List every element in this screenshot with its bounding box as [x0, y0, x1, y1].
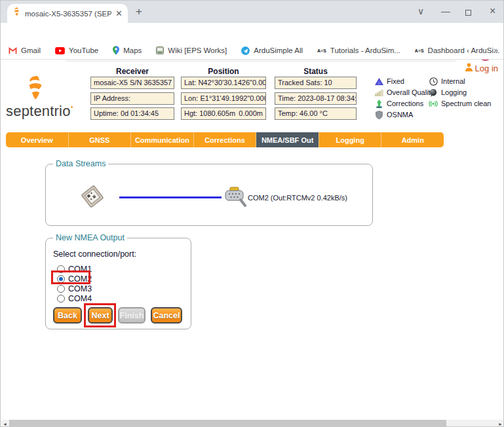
receiver-column-title: Receiver [90, 67, 174, 76]
browser-window: mosaic-X5-3635357 (SEPT) - Sept ✕ + ∨ — … [0, 0, 504, 427]
stream-device-label: COM2 (Out:RTCMv2 0.42kB/s) [248, 194, 347, 202]
finish-button: Finish [118, 307, 145, 324]
shield-icon [374, 111, 384, 119]
latitude-field: Lat: N42°30'30.1426"0.000m [181, 77, 266, 89]
indicator-spectrum-clean: Spectrum clean [425, 98, 491, 109]
tab-search-chevron-icon[interactable]: ∨ [417, 6, 424, 16]
select-port-prompt: Select connection/port: [53, 250, 136, 259]
browser-tab[interactable]: mosaic-X5-3635357 (SEPT) - Sept ✕ [7, 4, 128, 23]
bookmarks-bar: Gmail YouTube Maps Wiki [EPS Works] Ardu… [1, 42, 504, 60]
tab-gnss[interactable]: GNSS [69, 132, 132, 147]
scroll-right-arrow-icon[interactable]: ► [496, 420, 504, 427]
new-nmea-output-legend: New NMEA Output [53, 233, 127, 242]
bookmark-gmail[interactable]: Gmail [9, 46, 41, 54]
bookmarks-overflow-icon[interactable]: » [494, 46, 498, 55]
indicator-corrections: Corrections [371, 98, 434, 109]
radio-com4[interactable] [57, 295, 65, 303]
brand-wordmark: septentrio• [6, 103, 73, 120]
indicator-fixed: Fixed [371, 76, 434, 86]
tab-communication[interactable]: Communication [131, 132, 194, 147]
receiver-serial-field: mosaic-X5 S/N 3635357 [90, 77, 174, 89]
tab-overview[interactable]: Overview [6, 132, 69, 147]
browser-toolbar: ← → Not secure 192.168.3.1/scr?cmd=1.1.1… [1, 23, 504, 42]
clock-icon [428, 77, 438, 86]
cancel-button[interactable]: Cancel [151, 307, 182, 324]
spectrum-icon [428, 100, 438, 107]
status-column-title: Status [275, 67, 357, 76]
wiki-icon [156, 46, 164, 54]
tab-nmea-sbf-out[interactable]: NMEA/SBF Out [256, 132, 319, 147]
back-button[interactable]: Back [53, 307, 82, 324]
horizontal-scrollbar[interactable]: ◄ ► [1, 420, 504, 427]
radio-option-com1[interactable]: COM1 [54, 264, 92, 274]
signal-bars-icon [374, 89, 384, 96]
radio-option-com2[interactable]: COM2 [54, 274, 92, 284]
bookmark-tutorials[interactable]: A≡S Tutorials - ArduSim... [317, 46, 400, 54]
radio-option-com3[interactable]: COM3 [54, 284, 92, 293]
radio-com1[interactable] [57, 265, 65, 273]
scroll-left-arrow-icon[interactable]: ◄ [1, 420, 9, 427]
status-indicators-col1: Fixed Overall Quality Corrections OSNMA [371, 76, 434, 121]
tab-close-icon[interactable]: ✕ [115, 9, 123, 18]
bookmark-ardusimple-all[interactable]: ArduSimple All [241, 46, 303, 55]
ip-address-field: IP Address: [90, 92, 174, 105]
site-favicon [12, 7, 21, 20]
radio-option-com4[interactable]: COM4 [54, 293, 92, 303]
data-streams-legend: Data Streams [53, 159, 108, 168]
window-maximize-icon[interactable] [465, 7, 471, 18]
tracked-sats-field: Tracked Sats: 10 [275, 77, 357, 89]
bookmark-dashboard[interactable]: A≡S Dashboard ‹ ArduSi... [415, 46, 500, 54]
radio-com2[interactable] [57, 275, 65, 283]
bookmark-wiki[interactable]: Wiki [EPS Works] [156, 46, 227, 54]
tab-title: mosaic-X5-3635357 (SEPT) - Sept [25, 10, 111, 18]
corrections-arrow-icon [374, 100, 384, 108]
window-close-icon[interactable]: × [490, 5, 495, 17]
maps-icon [113, 46, 119, 55]
tab-corrections[interactable]: Corrections [194, 132, 257, 147]
next-button[interactable]: Next [88, 307, 113, 324]
data-streams-panel: Data Streams COM2 (Out:RTCMv2 0.42kB/s) [45, 164, 373, 226]
telegram-icon [241, 46, 250, 55]
indicator-logging: Logging [425, 87, 491, 98]
indicator-internal: Internal [425, 76, 491, 86]
tab-admin[interactable]: Admin [381, 132, 444, 147]
scrollbar-thumb[interactable] [9, 420, 446, 427]
receiver-chip-icon [80, 184, 105, 212]
youtube-icon [55, 47, 65, 54]
longitude-field: Lon: E1°31'49.1992"0.000m [181, 92, 266, 105]
stream-connection-line [119, 196, 222, 198]
brand-dot: • [71, 103, 73, 111]
radio-com3[interactable] [57, 285, 65, 293]
serial-port-icon [223, 186, 247, 211]
indicator-overall-quality: Overall Quality [371, 87, 434, 98]
status-indicators-col2: Internal Logging Spectrum clean [425, 76, 491, 109]
bookmark-youtube[interactable]: YouTube [55, 46, 98, 54]
height-field: Hgt: 1080.605m0.000m [181, 107, 266, 120]
uptime-field: Uptime: 0d 01:34:45 [90, 107, 174, 120]
tab-strip: mosaic-X5-3635357 (SEPT) - Sept ✕ + ∨ — … [1, 1, 504, 23]
window-minimize-icon[interactable]: — [441, 6, 450, 16]
septentrio-logo-icon [27, 75, 44, 105]
person-icon [465, 63, 473, 73]
gmail-icon [9, 47, 17, 54]
ardusimple-icon: A≡S [317, 48, 326, 53]
position-column-title: Position [181, 67, 266, 76]
new-tab-button[interactable]: + [136, 5, 142, 18]
disc-icon [428, 88, 438, 96]
main-nav: Overview GNSS Communication Corrections … [6, 132, 444, 147]
time-field: Time: 2023-08-17 08:34:02 [275, 92, 357, 105]
indicator-osnma: OSNMA [371, 109, 434, 120]
temperature-field: Temp: 46.00 °C [275, 107, 357, 120]
login-button[interactable]: Log in [463, 63, 498, 73]
fixed-icon [374, 78, 384, 85]
tab-logging[interactable]: Logging [319, 132, 382, 147]
ardusimple-icon: A≡S [415, 48, 424, 53]
bookmark-maps[interactable]: Maps [113, 46, 142, 55]
